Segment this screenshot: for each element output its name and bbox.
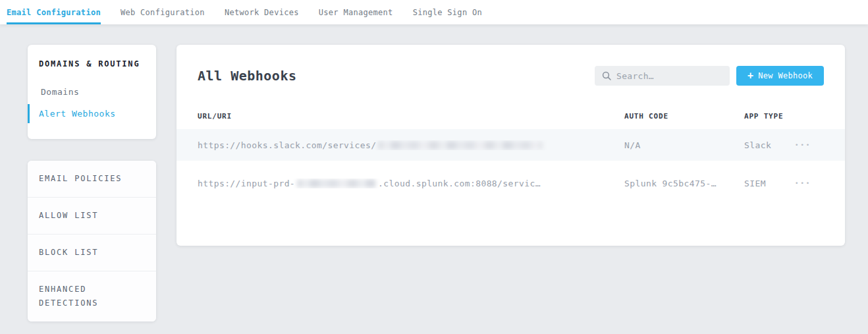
app-type-cell: SIEM [744, 179, 795, 188]
tab-single-sign-on[interactable]: Single Sign On [413, 0, 482, 24]
top-navigation: Email Configuration Web Configuration Ne… [0, 0, 868, 24]
sidebar-item-alert-webhooks[interactable]: Alert Webhooks [28, 104, 156, 123]
sidebar-item-allow-list[interactable]: ALLOW LIST [28, 198, 156, 235]
webhooks-header: All Webhooks + New Webhook [198, 66, 824, 86]
webhook-url-prefix: https://input-prd- [198, 179, 295, 188]
webhook-url-cell: https://hooks.slack.com/services/ [198, 140, 624, 150]
webhooks-panel: All Webhooks + New Webhook URL/URI [176, 45, 845, 246]
row-actions-menu-icon[interactable]: ••• [795, 180, 824, 186]
table-header-row: URL/URI AUTH CODE APP TYPE [176, 111, 845, 121]
auth-code-cell: Splunk 9c5bc475-… [624, 179, 744, 188]
tab-email-configuration[interactable]: Email Configuration [7, 0, 101, 24]
table-row[interactable]: https://input-prd- .cloud.splunk.com:808… [176, 167, 845, 199]
webhook-url-cell: https://input-prd- .cloud.splunk.com:808… [198, 179, 624, 188]
tab-web-configuration[interactable]: Web Configuration [121, 0, 205, 24]
column-header-url: URL/URI [198, 112, 624, 121]
search-box[interactable] [595, 66, 730, 86]
sidebar-item-enhanced-detections[interactable]: ENHANCED DETECTIONS [28, 271, 156, 321]
table-row[interactable]: https://hooks.slack.com/services/ N/A Sl… [176, 129, 845, 161]
sidebar-item-block-list[interactable]: BLOCK LIST [28, 235, 156, 271]
search-icon [602, 71, 611, 80]
sidebar: DOMAINS & ROUTING Domains Alert Webhooks… [28, 45, 156, 321]
policy-sections-card: EMAIL POLICIES ALLOW LIST BLOCK LIST ENH… [28, 161, 156, 321]
search-input[interactable] [616, 71, 722, 81]
new-webhook-button[interactable]: + New Webhook [736, 66, 824, 86]
column-header-app-type: APP TYPE [744, 112, 795, 121]
column-header-auth-code: AUTH CODE [624, 112, 744, 121]
domains-routing-card: DOMAINS & ROUTING Domains Alert Webhooks [28, 45, 156, 139]
domains-routing-header: DOMAINS & ROUTING [28, 59, 156, 69]
webhook-url-suffix: .cloud.splunk.com:8088/servic… [378, 179, 541, 188]
redacted-url-segment [297, 179, 376, 188]
auth-code-cell: N/A [624, 140, 744, 150]
page-title: All Webhooks [198, 68, 297, 84]
webhooks-table: URL/URI AUTH CODE APP TYPE https://hooks… [176, 111, 845, 199]
app-type-cell: Slack [744, 140, 795, 150]
header-actions: + New Webhook [595, 66, 824, 86]
plus-icon: + [747, 71, 753, 81]
tab-network-devices[interactable]: Network Devices [225, 0, 299, 24]
row-actions-menu-icon[interactable]: ••• [795, 142, 824, 148]
page-body: DOMAINS & ROUTING Domains Alert Webhooks… [0, 24, 868, 321]
sidebar-item-email-policies[interactable]: EMAIL POLICIES [28, 161, 156, 198]
webhook-url-prefix: https://hooks.slack.com/services/ [198, 140, 376, 150]
redacted-url-segment [378, 141, 543, 150]
tab-user-management[interactable]: User Management [319, 0, 393, 24]
sidebar-item-domains[interactable]: Domains [28, 82, 156, 101]
new-webhook-button-label: New Webhook [758, 71, 813, 80]
